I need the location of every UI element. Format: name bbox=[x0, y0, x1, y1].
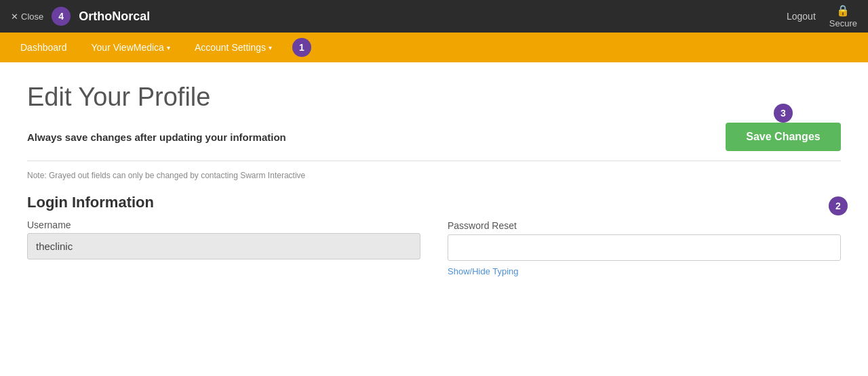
close-button[interactable]: ✕ Close bbox=[11, 12, 43, 22]
save-row: Always save changes after updating your … bbox=[27, 123, 841, 161]
main-content: Edit Your Profile Always save changes af… bbox=[0, 62, 868, 376]
grayed-note: Note: Grayed out fields can only be chan… bbox=[27, 171, 841, 180]
close-x-icon: ✕ bbox=[11, 12, 18, 22]
username-group: Username bbox=[27, 220, 420, 259]
username-label: Username bbox=[27, 220, 420, 230]
nav-dashboard-label: Dashboard bbox=[20, 42, 67, 53]
save-changes-button[interactable]: Save Changes bbox=[726, 123, 841, 151]
save-note: Always save changes after updating your … bbox=[27, 131, 286, 143]
close-label: Close bbox=[21, 12, 43, 22]
nav-dashboard[interactable]: Dashboard bbox=[11, 37, 77, 58]
nav-account-settings[interactable]: Account Settings ▾ bbox=[185, 37, 281, 58]
badge-4: 4 bbox=[52, 7, 71, 26]
badge-2: 2 bbox=[829, 196, 848, 215]
chevron-down-icon-2: ▾ bbox=[269, 44, 272, 51]
lock-icon: 🔒 bbox=[836, 4, 850, 17]
password-group: Password Reset 2 Show/Hide Typing bbox=[448, 220, 841, 276]
username-input[interactable] bbox=[27, 233, 420, 259]
page-title: Edit Your Profile bbox=[27, 83, 841, 112]
nav-account-settings-label: Account Settings bbox=[195, 42, 266, 53]
logout-button[interactable]: Logout bbox=[787, 11, 816, 22]
password-area: Password Reset 2 bbox=[448, 220, 841, 232]
password-input[interactable] bbox=[448, 234, 841, 261]
password-label: Password Reset bbox=[448, 220, 517, 231]
form-row: Username Password Reset 2 Show/Hide Typi… bbox=[27, 220, 841, 276]
secure-label: Secure bbox=[829, 18, 857, 28]
top-bar: ✕ Close 4 OrthoNorcal Logout 🔒 Secure bbox=[0, 0, 868, 33]
save-area: 3 Save Changes bbox=[726, 123, 841, 151]
nav-viewmedica[interactable]: Your ViewMedica ▾ bbox=[82, 37, 180, 58]
secure-button[interactable]: 🔒 Secure bbox=[829, 4, 857, 28]
show-hide-typing-link[interactable]: Show/Hide Typing bbox=[448, 266, 841, 276]
nav-viewmedica-label: Your ViewMedica bbox=[92, 42, 164, 53]
badge-3: 3 bbox=[774, 104, 793, 123]
top-bar-left: ✕ Close 4 OrthoNorcal bbox=[11, 7, 150, 26]
badge-1: 1 bbox=[292, 38, 311, 57]
login-section-title: Login Information bbox=[27, 194, 841, 211]
nav-bar: Dashboard Your ViewMedica ▾ Account Sett… bbox=[0, 33, 868, 62]
chevron-down-icon: ▾ bbox=[167, 44, 170, 51]
brand-name: OrthoNorcal bbox=[79, 9, 150, 24]
top-bar-right: Logout 🔒 Secure bbox=[787, 4, 857, 28]
